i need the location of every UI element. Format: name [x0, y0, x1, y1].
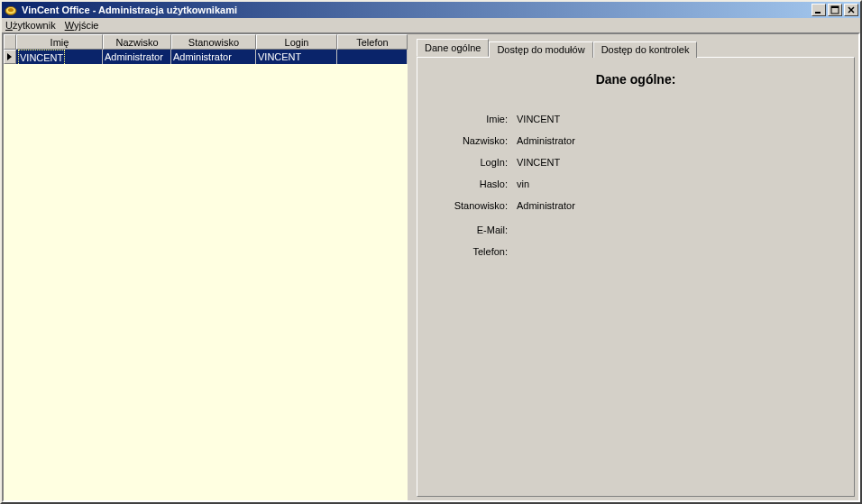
- label-stanowisko: Stanowisko:: [436, 200, 508, 211]
- cell-stanowisko[interactable]: Administrator: [171, 50, 256, 64]
- grid-header-imie[interactable]: Imię: [16, 34, 103, 50]
- svg-rect-5: [831, 6, 839, 8]
- row-indicator-icon: [4, 50, 16, 64]
- tab-panel-general: Dane ogólne: Imie: VINCENT Nazwisko: Adm…: [417, 57, 855, 497]
- value-imie: VINCENT: [517, 114, 560, 125]
- main-window: VinCent Office - Administracja użytkowni…: [0, 0, 862, 504]
- grid-header-login[interactable]: Login: [256, 34, 337, 50]
- menu-bar: Użytkownik Wyjście: [2, 18, 860, 32]
- value-login: VINCENT: [517, 157, 560, 169]
- title-bar[interactable]: VinCent Office - Administracja użytkowni…: [2, 2, 860, 18]
- cell-login[interactable]: VINCENT: [256, 50, 337, 64]
- label-haslo: Haslo:: [436, 179, 508, 189]
- grid-body[interactable]: VINCENT Administrator Administrator VINC…: [4, 50, 408, 500]
- grid-header-telefon[interactable]: Telefon: [337, 34, 408, 50]
- cell-imie[interactable]: VINCENT: [16, 50, 103, 64]
- grid-header-row: Imię Nazwisko Stanowisko Login Telefon: [4, 34, 408, 50]
- details-pane: Dane ogólne Dostęp do modułów Dostęp do …: [413, 34, 858, 500]
- grid-header-nazwisko[interactable]: Nazwisko: [103, 34, 171, 50]
- label-telefon: Telefon:: [436, 246, 508, 257]
- tab-modules[interactable]: Dostęp do modułów: [489, 41, 592, 58]
- label-imie: Imie:: [436, 114, 508, 124]
- detail-row-imie: Imie: VINCENT: [436, 114, 845, 135]
- label-nazwisko: Nazwisko:: [436, 135, 508, 146]
- window-title: VinCent Office - Administracja użytkowni…: [22, 5, 810, 15]
- panel-title: Dane ogólne:: [426, 72, 845, 87]
- detail-row-login: LogIn: VINCENT: [436, 157, 845, 179]
- menu-user[interactable]: Użytkownik: [5, 20, 56, 31]
- user-grid[interactable]: Imię Nazwisko Stanowisko Login Telefon V…: [4, 34, 408, 500]
- maximize-button[interactable]: [828, 4, 842, 16]
- tab-controls[interactable]: Dostęp do kontrolek: [593, 41, 698, 58]
- detail-row-stanowisko: Stanowisko: Administrator: [436, 200, 845, 222]
- client-area: Imię Nazwisko Stanowisko Login Telefon V…: [2, 32, 860, 502]
- detail-row-haslo: Haslo: vin: [436, 179, 845, 200]
- value-nazwisko: Administrator: [517, 135, 575, 147]
- app-icon: [4, 3, 18, 17]
- value-stanowisko: Administrator: [517, 200, 575, 212]
- table-row[interactable]: VINCENT Administrator Administrator VINC…: [4, 50, 408, 64]
- label-login: LogIn:: [436, 157, 508, 168]
- value-haslo: vin: [517, 179, 529, 190]
- detail-row-telefon: Telefon:: [436, 243, 845, 265]
- minimize-button[interactable]: [812, 4, 826, 16]
- window-buttons: [810, 4, 858, 16]
- cell-nazwisko[interactable]: Administrator: [103, 50, 171, 64]
- svg-point-2: [8, 8, 14, 12]
- grid-header-stanowisko[interactable]: Stanowisko: [171, 34, 256, 50]
- detail-row-email: E-Mail:: [436, 222, 845, 243]
- label-email: E-Mail:: [436, 225, 508, 235]
- detail-rows: Imie: VINCENT Nazwisko: Administrator Lo…: [436, 114, 845, 265]
- tab-strip: Dane ogólne Dostęp do modułów Dostęp do …: [417, 38, 855, 57]
- tab-general[interactable]: Dane ogólne: [417, 39, 489, 57]
- menu-exit[interactable]: Wyjście: [65, 20, 99, 31]
- close-button[interactable]: [844, 4, 858, 16]
- cell-telefon[interactable]: [337, 50, 408, 64]
- svg-marker-8: [7, 53, 12, 60]
- grid-header-indicator[interactable]: [4, 34, 16, 50]
- detail-row-nazwisko: Nazwisko: Administrator: [436, 135, 845, 157]
- svg-rect-3: [815, 12, 821, 14]
